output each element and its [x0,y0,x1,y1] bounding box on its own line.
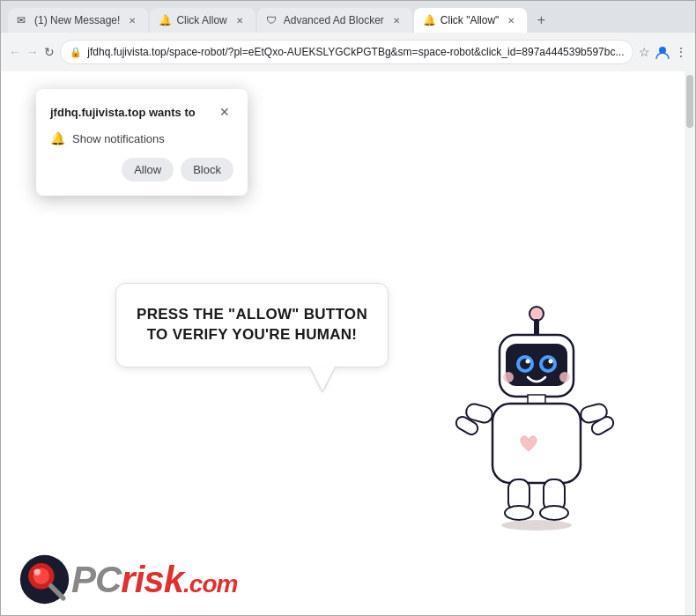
new-tab-button[interactable]: + [529,8,553,33]
tab-close-3[interactable]: ✕ [389,13,404,27]
popup-buttons: Allow Block [50,158,233,182]
svg-point-27 [34,569,41,575]
pcrisk-icon-svg [19,553,71,606]
svg-rect-4 [506,344,567,386]
allow-button[interactable]: Allow [122,158,174,182]
chrome-menu-button[interactable]: ⋮ [674,40,688,64]
address-bar[interactable]: 🔒 jfdhq.fujivista.top/space-robot/?pl=eE… [60,40,633,64]
profile-button[interactable] [655,40,670,64]
reload-button[interactable]: ↻ [43,40,57,64]
tab-new-message[interactable]: ✉ (1) New Message! ✕ [8,8,148,33]
tab-title-1: (1) New Message! [34,14,120,26]
tab-click-allow[interactable]: 🔔 Click Allow ✕ [150,8,255,33]
notification-item: 🔔 Show notifications [50,131,233,145]
robot-svg [440,298,633,545]
tab-title-2: Click Allow [176,14,226,26]
speech-bubble: PRESS THE "ALLOW" BUTTON TO VERIFY YOU'R… [115,283,389,367]
pcrisk-logo: PCrisk.com [19,553,237,606]
notification-popup: jfdhq.fujivista.top wants to ✕ 🔔 Show no… [36,89,248,196]
popup-header: jfdhq.fujivista.top wants to ✕ [50,103,233,121]
popup-close-button[interactable]: ✕ [216,103,233,121]
svg-point-1 [529,307,544,321]
robot-illustration [440,298,642,545]
svg-point-12 [559,372,570,382]
lock-icon: 🔒 [70,47,82,58]
tab-title-3: Advanced Ad Blocker [284,14,384,26]
svg-point-11 [503,372,514,382]
svg-point-23 [501,520,572,531]
tab-bar: ✉ (1) New Message! ✕ 🔔 Click Allow ✕ 🛡 A… [1,1,695,33]
back-button[interactable]: ← [8,40,22,64]
tab-favicon-4: 🔔 [423,14,435,26]
browser-window: ✉ (1) New Message! ✕ 🔔 Click Allow ✕ 🛡 A… [0,0,696,616]
notification-text: Show notifications [72,132,165,145]
tab-close-2[interactable]: ✕ [233,13,247,27]
svg-point-9 [526,360,530,364]
tab-title-4: Click "Allow" [441,14,500,26]
bubble-text: PRESS THE "ALLOW" BUTTON TO VERIFY YOU'R… [137,306,367,343]
tab-favicon-3: 🛡 [266,14,278,26]
block-button[interactable]: Block [181,158,233,182]
bookmark-button[interactable]: ☆ [637,40,651,64]
tab-close-4[interactable]: ✕ [504,13,518,27]
scrollbar[interactable] [685,71,695,615]
forward-button[interactable]: → [26,40,40,64]
popup-title: jfdhq.fujivista.top wants to [50,106,196,119]
svg-point-10 [549,360,553,364]
svg-rect-14 [492,404,581,483]
tab-favicon-2: 🔔 [159,14,171,26]
svg-point-22 [540,506,568,520]
url-text: jfdhq.fujivista.top/space-robot/?pl=eEtQ… [87,46,624,58]
tab-close-1[interactable]: ✕ [125,13,139,27]
pc-part: PC [71,559,121,600]
address-bar-area: ← → ↻ 🔒 jfdhq.fujivista.top/space-robot/… [1,33,695,71]
scrollbar-thumb[interactable] [686,75,693,128]
tab-favicon-1: ✉ [17,14,29,26]
tab-active[interactable]: 🔔 Click "Allow" ✕ [414,8,528,33]
page-content: jfdhq.fujivista.top wants to ✕ 🔔 Show no… [1,71,695,615]
pcrisk-text: PCrisk.com [71,559,237,601]
svg-point-21 [505,506,533,520]
tab-adblocker[interactable]: 🛡 Advanced Ad Blocker ✕ [257,8,412,33]
dotcom-part: .com [183,570,237,597]
risk-part: risk [121,559,183,600]
bell-icon: 🔔 [50,131,65,145]
